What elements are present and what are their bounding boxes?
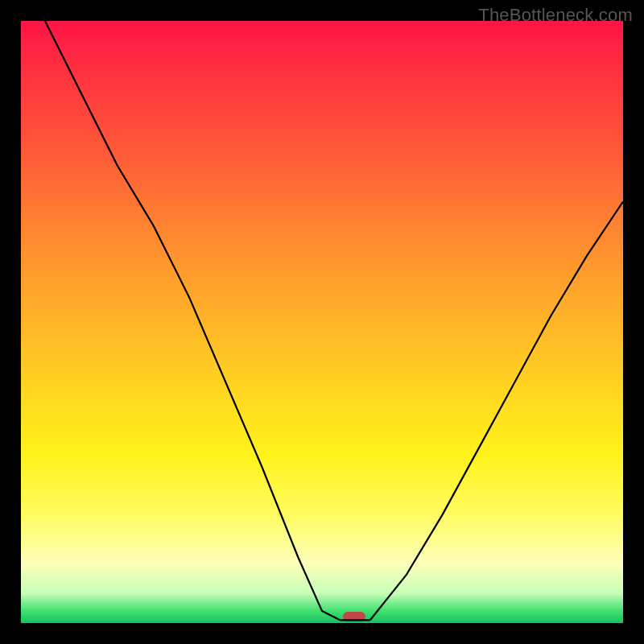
bottleneck-marker [343, 612, 365, 621]
chart-gradient-background [21, 21, 623, 623]
watermark-text: TheBottleneck.com [478, 5, 633, 26]
